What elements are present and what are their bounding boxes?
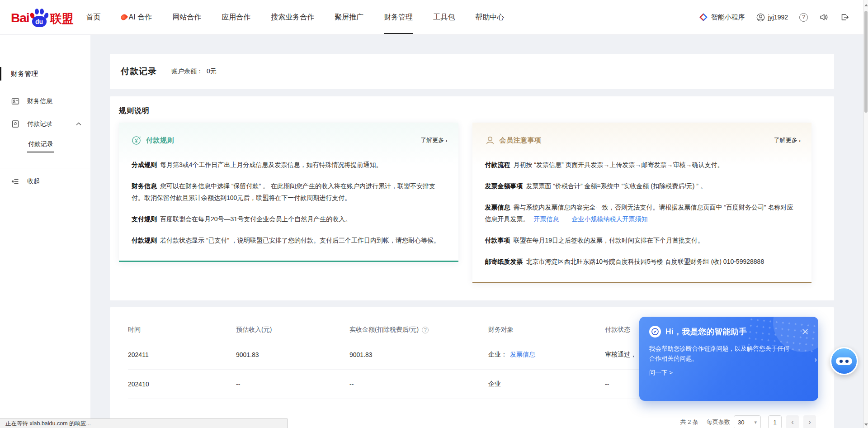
finance-info-icon xyxy=(11,97,19,105)
cell-entity: 企业：发票信息 xyxy=(488,351,605,359)
logo-text-du: du xyxy=(32,16,47,27)
nav-item-app[interactable]: 应用合作 xyxy=(222,0,250,34)
robot-face-icon xyxy=(836,357,852,365)
sidebar-item-payment-records[interactable]: 付款记录 xyxy=(0,113,90,135)
mini-program-entry[interactable]: 智能小程序 xyxy=(699,13,745,22)
mini-program-diamond-icon xyxy=(699,13,708,21)
page-title: 付款记录 xyxy=(121,66,157,77)
balance-value: 0元 xyxy=(207,67,217,75)
nav-item-search-biz[interactable]: 搜索业务合作 xyxy=(271,0,314,34)
assistant-message: 我会帮助您诊断合作链路问题，以及解答您关于任何合作相关的问题。 xyxy=(649,344,794,364)
assistant-title: Hi，我是您的智能助手 xyxy=(665,326,747,337)
question-icon: ? xyxy=(799,13,808,22)
invoice-info-row-link[interactable]: 发票信息 xyxy=(510,351,535,358)
nav-menu: 首页 AI 合作 网站合作 应用合作 搜索业务合作 聚屏推广 财务管理 工具包 … xyxy=(86,0,525,34)
help-button[interactable]: ? xyxy=(799,13,808,22)
rule-paragraph: 发票金额事项发票票面 “价税合计” 金额=系统中 “实收金额 (扣除税费后/元)… xyxy=(485,180,798,192)
announcement-sound-button[interactable] xyxy=(819,13,829,22)
rule-paragraph: 付款规则若付款状态显示 “已支付” ，说明联盟已安排了您的付款。支付后三个工作日… xyxy=(132,234,445,246)
user-account[interactable]: jyj1992 xyxy=(756,13,788,22)
nav-item-home[interactable]: 首页 xyxy=(86,0,101,34)
cell-time: 202411 xyxy=(128,351,236,358)
nav-right-area: 智能小程序 jyj1992 ? xyxy=(699,13,868,22)
prev-page-button[interactable]: ‹ xyxy=(786,415,799,428)
small-taxpayer-notice-link[interactable]: 企业小规模纳税人开票须知 xyxy=(572,215,648,223)
rule-paragraph: 付款流程月初按 “发票信息” 页面开具发票→上传发票→邮寄发票→审核→确认支付。 xyxy=(485,159,798,171)
sidebar-item-finance-info[interactable]: 财务信息 xyxy=(0,90,90,113)
member-notes-more-link[interactable]: 了解更多› xyxy=(774,136,801,144)
top-navigation: Bai du 联盟 首页 AI 合作 网站合作 应用合作 搜索业务合作 聚屏推广… xyxy=(0,0,868,34)
rules-title: 规则说明 xyxy=(119,106,811,116)
per-page-select[interactable]: 30▾ xyxy=(734,415,761,428)
nav-item-help-center[interactable]: 帮助中心 xyxy=(475,0,504,34)
cell-actual: -- xyxy=(349,380,488,388)
rule-paragraph: 付款事项联盟在每月19日之后签收的发票，付款时间安排在下个月首批支付。 xyxy=(485,234,798,246)
page-header-card: 付款记录 账户余额：0元 xyxy=(110,54,834,89)
sidebar-section-finance-management: 财务管理 xyxy=(0,67,90,81)
member-icon xyxy=(485,135,495,145)
member-notes-card: 会员注意事项 了解更多› 付款流程月初按 “发票信息” 页面开具发票→上传发票→… xyxy=(472,123,812,283)
scrollbar-thumb[interactable] xyxy=(864,11,868,113)
caret-down-icon: ▾ xyxy=(754,419,757,425)
cell-estimated: 9001.83 xyxy=(236,351,349,358)
nav-item-ai[interactable]: AI 合作 xyxy=(121,0,152,34)
next-page-button[interactable]: › xyxy=(803,415,816,428)
sidebar: 财务管理 财务信息 付款记录 xyxy=(0,34,90,428)
speaker-icon xyxy=(819,13,829,22)
rule-paragraph: 财务信息您可以在财务信息中选择 “保留付款” 。 在此期间您产生的收入将在账户内… xyxy=(132,180,445,204)
nav-item-website[interactable]: 网站合作 xyxy=(172,0,201,34)
column-header-actual-amount: 实收金额(扣除税费后/元) ? xyxy=(349,326,488,334)
cell-time: 202410 xyxy=(128,380,236,388)
collapse-icon xyxy=(11,177,19,185)
baidu-paw-icon: du xyxy=(30,7,48,27)
chevron-right-icon: › xyxy=(799,137,801,144)
nav-item-juping[interactable]: 聚屏推广 xyxy=(335,0,363,34)
member-notes-card-title: 会员注意事项 xyxy=(500,136,542,145)
cell-entity: 企业 xyxy=(488,380,605,388)
page-number-button[interactable]: 1 xyxy=(768,415,782,428)
chevron-right-icon: › xyxy=(445,137,447,144)
close-icon[interactable] xyxy=(802,328,808,335)
logo-text-union: 联盟 xyxy=(50,10,74,27)
chevron-up-icon[interactable] xyxy=(76,122,81,126)
logout-icon xyxy=(840,13,849,22)
payment-rules-more-link[interactable]: 了解更多› xyxy=(420,136,447,144)
scrollbar-down-arrow[interactable] xyxy=(864,423,868,428)
status-text: 正在等待 xlab.baidu.com 的响应... xyxy=(5,420,91,428)
rule-paragraph: 发票信息需与系统内发票信息内容完全一致，否则无法支付。请根据发票信息页面中 “百… xyxy=(485,201,798,225)
per-page-label: 每页条数 xyxy=(707,418,730,426)
invoice-info-link[interactable]: 开票信息 xyxy=(534,215,559,223)
sidebar-collapse-button[interactable]: 收起 xyxy=(0,168,90,195)
payment-rules-card-title: 付款规则 xyxy=(146,136,174,145)
sidebar-subitem-payment-records[interactable]: 付款记录 xyxy=(0,135,90,156)
rule-paragraph: 邮寄纸质发票北京市海淀区西北旺东路10号院百度科技园5号楼 百度联盟财务组 (收… xyxy=(485,256,798,267)
rule-paragraph: 支付规则百度联盟会在每月20号—31号支付企业会员上个自然月产生的收入。 xyxy=(132,213,445,225)
info-icon[interactable]: ? xyxy=(422,327,429,333)
scrollbar-up-arrow[interactable] xyxy=(864,2,868,6)
total-count: 共 2 条 xyxy=(680,418,698,426)
logo-text-bai: Bai xyxy=(11,9,29,27)
popup-edge-chevron-icon[interactable]: › xyxy=(815,356,817,364)
rules-panel: 规则说明 付款规则 了解更多› xyxy=(110,96,834,300)
column-header-time: 时间 xyxy=(128,326,236,334)
assistant-popup: Hi，我是您的智能助手 我会帮助您诊断合作链路问题，以及解答您关于任何合作相关的… xyxy=(639,317,818,401)
balance-label: 账户余额： xyxy=(171,67,203,75)
logout-button[interactable] xyxy=(840,13,849,22)
payment-record-icon xyxy=(11,120,19,128)
account-balance: 账户余额：0元 xyxy=(171,67,217,76)
user-icon xyxy=(756,13,765,22)
column-header-estimated-income: 预估收入(元) xyxy=(236,326,349,334)
column-header-finance-entity: 财务对象 xyxy=(488,326,605,334)
cell-actual: 9001.83 xyxy=(349,351,488,358)
cell-estimated: -- xyxy=(236,380,349,388)
ask-now-link[interactable]: 问一下 > xyxy=(649,369,808,377)
baidu-union-logo[interactable]: Bai du 联盟 xyxy=(11,7,74,27)
nav-item-finance[interactable]: 财务管理 xyxy=(384,0,413,34)
assistant-robot-button[interactable] xyxy=(830,347,858,375)
vertical-scrollbar[interactable] xyxy=(863,0,868,428)
browser-status-bar: 正在等待 xlab.baidu.com 的响应... xyxy=(0,418,288,428)
nav-item-toolkit[interactable]: 工具包 xyxy=(433,0,455,34)
payment-rules-card: 付款规则 了解更多› 分成规则每月第3或4个工作日产出上月分成信息及发票信息，如… xyxy=(119,123,458,262)
flame-icon xyxy=(119,13,127,21)
rule-paragraph: 分成规则每月第3或4个工作日产出上月分成信息及发票信息，如有特殊情况将提前通知。 xyxy=(132,159,445,171)
